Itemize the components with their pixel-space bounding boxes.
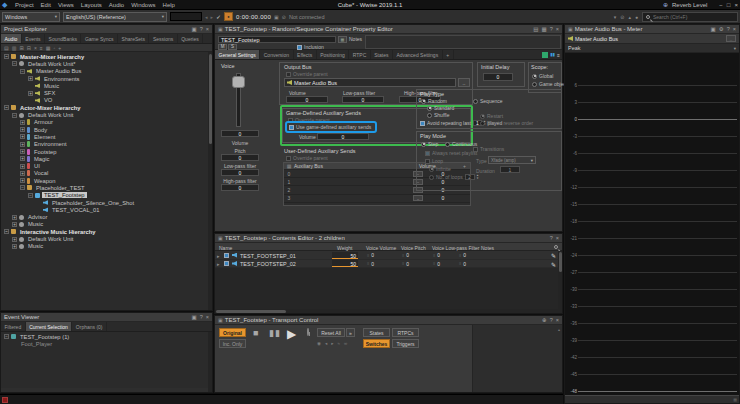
pin-icon[interactable]: ⊕	[542, 317, 547, 323]
property-tab[interactable]: RTPC	[349, 50, 371, 59]
help-icon[interactable]: ?	[727, 26, 730, 32]
pin-marker-icon[interactable]	[307, 328, 309, 336]
use-game-aux-control[interactable]: Use game-defined auxiliary sends	[289, 124, 371, 130]
restart-radio[interactable]	[480, 114, 485, 119]
triggers-button[interactable]: Triggers	[392, 339, 419, 348]
profiler-icon[interactable]: ●	[635, 14, 638, 20]
menu-item[interactable]: Views	[54, 2, 77, 8]
add-icon[interactable]: +	[58, 45, 61, 51]
expander-toggle[interactable]	[20, 142, 25, 147]
tree-item[interactable]: Element	[1, 133, 212, 140]
reverse-radio[interactable]	[480, 121, 485, 126]
event-item[interactable]: TEST_Footstep (1)	[1, 333, 212, 340]
event-viewer-titlebar[interactable]: Event Viewer ▣ ? ×	[1, 313, 212, 322]
menu-item[interactable]: Layouts	[77, 2, 105, 8]
avoid-repeat-checkbox[interactable]	[420, 121, 425, 126]
nav-forward-icon[interactable]: ▸	[211, 14, 214, 20]
expander-toggle[interactable]	[20, 178, 25, 183]
help-icon[interactable]: ?	[200, 26, 203, 32]
game-object-radio[interactable]	[532, 82, 537, 87]
explorer-tab[interactable]: Sessions	[149, 34, 177, 43]
filter-icon[interactable]: ≈	[337, 341, 339, 346]
pause-button[interactable]: ▮▮	[269, 328, 281, 338]
event-item[interactable]: Foot_Player	[1, 340, 212, 347]
event-viewer-tab[interactable]: Filtered	[1, 322, 26, 331]
reverb-level-icon[interactable]: ⊕	[663, 1, 668, 8]
loops-value[interactable]: 2	[465, 174, 475, 180]
search-box[interactable]	[642, 12, 738, 22]
expander-toggle[interactable]	[4, 334, 9, 339]
weight-field[interactable]: 50	[332, 252, 358, 259]
tree-item[interactable]: Default Work Unit	[1, 111, 212, 118]
expander-toggle[interactable]	[28, 193, 33, 198]
tree-item[interactable]: Environment	[1, 141, 212, 148]
expander-toggle[interactable]	[20, 120, 25, 125]
no-connection-icon[interactable]: ⊘	[282, 14, 286, 20]
loops-count-control[interactable]: No. of loops 2 ▴▾	[429, 174, 478, 180]
expander-icon[interactable]	[217, 261, 220, 267]
next-icon[interactable]: ▸	[331, 341, 333, 346]
tree-item[interactable]: Music	[1, 243, 212, 250]
weight-field[interactable]: 50	[332, 260, 358, 267]
restart-option[interactable]: Restart	[480, 113, 503, 119]
event-viewer-scrollbar[interactable]	[208, 332, 212, 392]
states-button[interactable]: States	[363, 328, 390, 337]
error-indicator[interactable]	[2, 397, 8, 403]
capture-icon[interactable]: ▴	[628, 14, 631, 20]
tree-item[interactable]: VO	[1, 97, 212, 104]
property-tab[interactable]: +	[443, 50, 454, 59]
voice-lpf-cell[interactable]: 0	[433, 260, 459, 267]
layout-selector[interactable]: Windows ▾	[2, 12, 60, 22]
tree-item[interactable]: Advisor	[1, 214, 212, 221]
column-voice-lpf[interactable]: Voice Low-pass Filter	[432, 245, 480, 251]
edit-icon[interactable]: ✎	[551, 252, 556, 259]
expander-toggle[interactable]	[28, 76, 33, 81]
infinite-radio[interactable]	[429, 167, 434, 172]
close-button[interactable]: ×	[734, 2, 738, 8]
tree-item[interactable]: Default Work Unit	[1, 235, 212, 242]
expander-toggle[interactable]	[20, 69, 25, 74]
global-radio[interactable]	[532, 74, 537, 79]
bus-volume-field[interactable]: 0	[286, 96, 328, 103]
tree-item[interactable]: Weapon	[1, 177, 212, 184]
expander-toggle[interactable]	[12, 215, 17, 220]
play-button[interactable]: ▶	[287, 327, 296, 341]
sync-icon[interactable]: ⊘	[620, 14, 624, 20]
tree-item[interactable]: UI	[1, 162, 212, 169]
expander-toggle[interactable]	[4, 105, 9, 110]
play-type-standard[interactable]: Standard	[427, 105, 454, 111]
close-icon[interactable]: ×	[556, 235, 559, 241]
transition-type-selector[interactable]: Xfade (amp) ▾	[488, 156, 536, 164]
inclusion-checkbox[interactable]	[297, 45, 302, 50]
transport-titlebar[interactable]: ▣ TEST_Footstep - Transport Control ⊕ ? …	[215, 316, 562, 325]
use-game-aux-checkbox[interactable]	[289, 125, 294, 130]
always-reset-checkbox[interactable]	[425, 151, 430, 156]
notes-field[interactable]	[365, 35, 561, 49]
meter-titlebar[interactable]: ▣ Master Audio Bus - Meter ▣ ⚙ ? ×	[565, 25, 739, 34]
options-icon[interactable]: ◦	[53, 45, 55, 51]
explorer-tab[interactable]: SoundBanks	[45, 34, 81, 43]
meter-mode-selector[interactable]: Peak ▾	[565, 44, 739, 53]
inclusion-control[interactable]: Inclusion	[297, 44, 324, 50]
reset-all-button[interactable]: Reset All	[317, 328, 345, 337]
help-icon[interactable]: ?	[200, 314, 203, 320]
column-weight[interactable]: Weight	[337, 245, 352, 251]
voice-lpf-cell[interactable]: 0	[433, 252, 459, 259]
property-tab[interactable]: Advanced Settings	[393, 50, 443, 59]
standard-radio[interactable]	[427, 106, 432, 111]
override-parent-checkbox[interactable]	[286, 156, 291, 161]
reset-more-button[interactable]: »	[346, 328, 355, 337]
voice-volume-cell[interactable]: 0	[367, 260, 393, 267]
menu-item[interactable]: Help	[159, 2, 178, 8]
validate-icon[interactable]: ✓	[216, 13, 221, 20]
tree-item[interactable]: Default Work Unit*	[1, 60, 212, 67]
reverse-option[interactable]: Play in reverse order	[480, 120, 533, 126]
stop-button[interactable]: ■	[253, 328, 258, 338]
meter-bus-row[interactable]: Master Audio Bus ..	[565, 34, 739, 44]
expander-toggle[interactable]	[20, 149, 25, 154]
expander-toggle[interactable]	[4, 54, 9, 59]
collapse-all-icon[interactable]: ⊟	[27, 45, 31, 51]
expander-toggle[interactable]	[20, 156, 25, 161]
aux-send-row[interactable]: 3 .. 0	[284, 195, 470, 203]
contents-editor-titlebar[interactable]: ▣ TEST_Footstep - Contents Editor - 2 ch…	[215, 234, 562, 243]
